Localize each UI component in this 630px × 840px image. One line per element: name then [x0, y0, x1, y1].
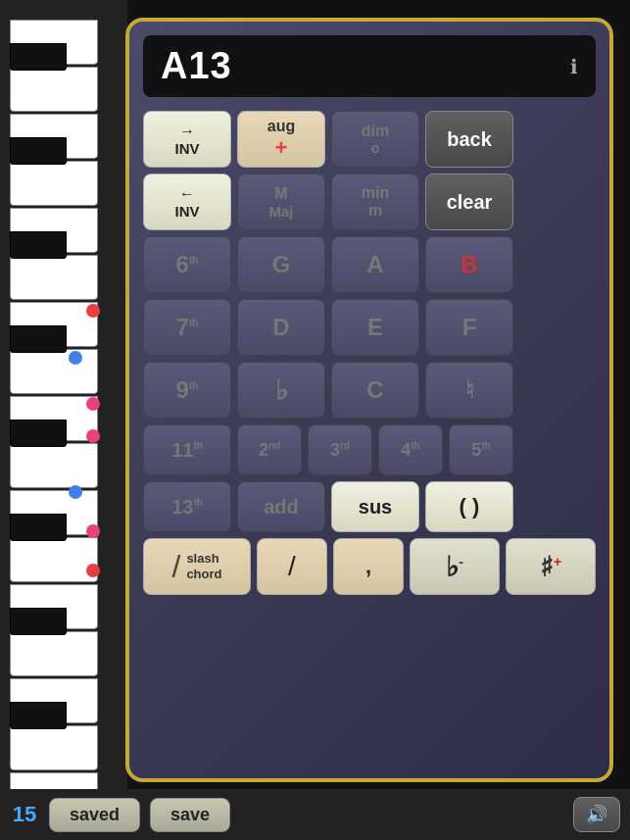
main-panel: A13 ℹ → INV aug + dim o back ← INV M Maj…	[125, 18, 613, 782]
piano-dot	[86, 564, 100, 577]
inv-back-button[interactable]: ← INV	[143, 173, 231, 230]
piano-dot	[86, 304, 100, 318]
info-icon[interactable]: ℹ	[570, 55, 578, 78]
m-maj-button[interactable]: M Maj	[237, 173, 325, 230]
e-button[interactable]: E	[331, 299, 419, 356]
white-key[interactable]	[10, 631, 98, 676]
back-button[interactable]: back	[425, 111, 513, 168]
white-key[interactable]	[10, 67, 98, 112]
bottom-bar: 15 saved save 🔊	[0, 789, 630, 840]
third-button[interactable]: 3rd	[308, 424, 372, 475]
black-key[interactable]	[10, 137, 67, 165]
flat-button[interactable]: ♭	[237, 362, 325, 419]
ninth-button[interactable]: 9th	[143, 362, 231, 419]
seventh-button[interactable]: 7th	[143, 299, 231, 356]
black-key[interactable]	[10, 420, 67, 447]
chord-display: A13 ℹ	[143, 35, 596, 97]
sixth-button[interactable]: 6th	[143, 236, 231, 293]
chord-count: 15	[10, 802, 39, 827]
sus-button[interactable]: sus	[331, 481, 419, 532]
a-button[interactable]: A	[331, 236, 419, 293]
min-button[interactable]: min m	[331, 173, 419, 230]
second-button[interactable]: 2nd	[237, 424, 302, 475]
piano-dot	[86, 397, 100, 411]
white-key[interactable]	[10, 725, 98, 770]
black-key[interactable]	[10, 231, 67, 259]
d-button[interactable]: D	[237, 299, 325, 356]
add-button[interactable]: add	[237, 481, 325, 532]
natural-button[interactable]: ♮	[425, 362, 513, 419]
chord-text: A13	[161, 45, 232, 87]
speaker-button[interactable]: 🔊	[573, 797, 620, 832]
clear-button[interactable]: clear	[425, 173, 513, 230]
piano-keys	[0, 0, 127, 840]
white-key[interactable]	[10, 537, 98, 582]
fifth-button[interactable]: 5th	[449, 424, 513, 475]
save-button[interactable]: save	[150, 798, 230, 832]
piano-dot	[69, 351, 82, 365]
piano-keyboard	[0, 0, 127, 840]
thirteenth-button[interactable]: 13th	[143, 481, 231, 532]
c-button[interactable]: C	[331, 362, 419, 419]
dim-button[interactable]: dim o	[331, 111, 419, 168]
white-key[interactable]	[10, 349, 98, 394]
slash-chord-button[interactable]: / slashchord	[143, 538, 251, 595]
black-key[interactable]	[10, 43, 67, 71]
black-key[interactable]	[10, 325, 67, 353]
white-key[interactable]	[10, 255, 98, 300]
saved-button[interactable]: saved	[49, 798, 140, 832]
comma-button[interactable]: ,	[333, 538, 404, 595]
white-key[interactable]	[10, 161, 98, 206]
black-key[interactable]	[10, 702, 67, 729]
eleventh-button[interactable]: 11th	[143, 424, 231, 475]
sharp-plus-button[interactable]: ♯+	[506, 538, 596, 595]
g-button[interactable]: G	[237, 236, 325, 293]
piano-dot	[86, 429, 100, 443]
paren-button[interactable]: ( )	[425, 481, 513, 532]
black-key[interactable]	[10, 514, 67, 541]
aug-button[interactable]: aug +	[237, 111, 325, 168]
white-key[interactable]	[10, 443, 98, 488]
f-button[interactable]: F	[425, 299, 513, 356]
flat-minus-button[interactable]: ♭-	[410, 538, 500, 595]
black-key[interactable]	[10, 608, 67, 635]
b-button[interactable]: B	[425, 236, 513, 293]
piano-dot	[86, 524, 100, 538]
slash-button[interactable]: /	[257, 538, 327, 595]
inv-forward-button[interactable]: → INV	[143, 111, 231, 168]
piano-dot	[69, 485, 82, 499]
fourth-button[interactable]: 4th	[378, 424, 443, 475]
